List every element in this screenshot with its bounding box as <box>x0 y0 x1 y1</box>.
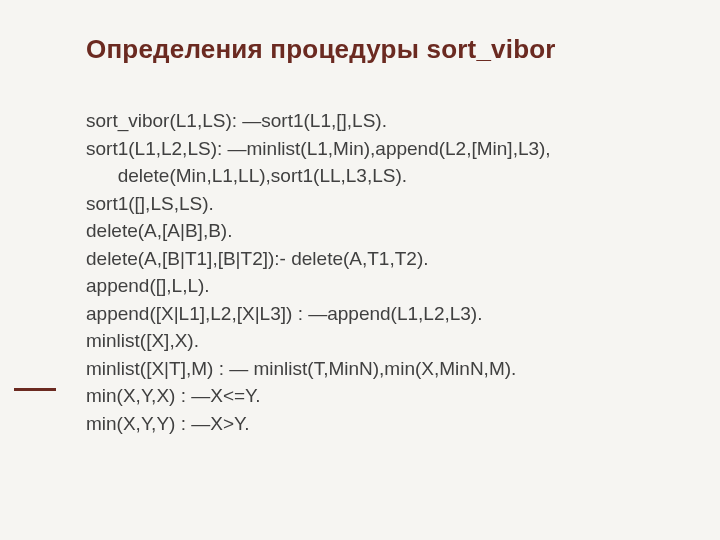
code-line: sort1(L1,L2,LS): —minlist(L1,Min),append… <box>86 135 666 163</box>
slide-title: Определения процедуры sort_vibor <box>86 34 666 65</box>
code-line: append([],L,L). <box>86 272 666 300</box>
code-line: delete(A,[B|T1],[B|T2]):- delete(A,T1,T2… <box>86 245 666 273</box>
code-line: min(X,Y,X) : —X<=Y. <box>86 382 666 410</box>
code-line: minlist([X|T],M) : — minlist(T,MinN),min… <box>86 355 666 383</box>
code-line: sort_vibor(L1,LS): —sort1(L1,[],LS). <box>86 107 666 135</box>
slide-body: sort_vibor(L1,LS): —sort1(L1,[],LS). sor… <box>86 107 666 438</box>
code-line: delete(Min,L1,LL),sort1(LL,L3,LS). <box>86 162 666 190</box>
code-line: sort1([],LS,LS). <box>86 190 666 218</box>
slide: Определения процедуры sort_vibor sort_vi… <box>0 0 720 540</box>
code-line: delete(A,[A|B],B). <box>86 217 666 245</box>
code-line: minlist([X],X). <box>86 327 666 355</box>
code-line: append([X|L1],L2,[X|L3]) : —append(L1,L2… <box>86 300 666 328</box>
accent-line-icon <box>14 388 56 391</box>
code-line: min(X,Y,Y) : —X>Y. <box>86 410 666 438</box>
